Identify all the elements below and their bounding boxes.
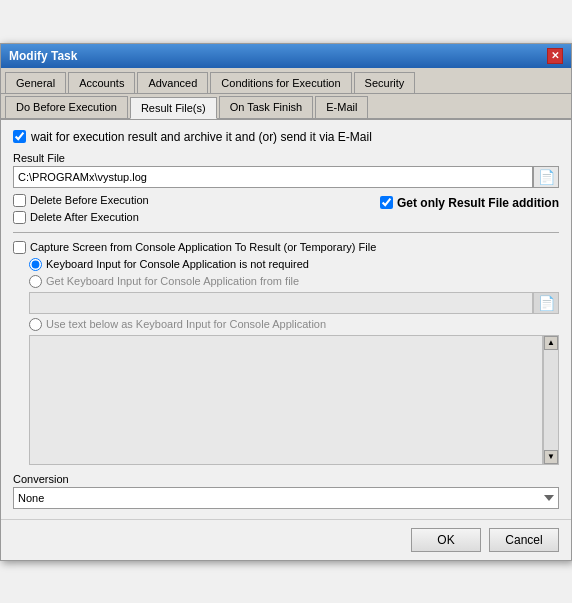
tab-on-finish[interactable]: On Task Finish [219, 96, 314, 118]
radio-option-1: Keyboard Input for Console Application i… [29, 258, 559, 271]
delete-before-label: Delete Before Execution [30, 194, 149, 206]
radio-text-below[interactable] [29, 318, 42, 331]
main-window: Modify Task ✕ General Accounts Advanced … [0, 43, 572, 561]
browse-button[interactable]: 📄 [533, 166, 559, 188]
title-bar: Modify Task ✕ [1, 44, 571, 68]
tab-result-files[interactable]: Result File(s) [130, 97, 217, 119]
get-only-option: Get only Result File addition [380, 196, 559, 210]
keyboard-browse-button: 📄 [533, 292, 559, 314]
textarea-section: ▲ ▼ [29, 335, 559, 465]
conversion-select[interactable]: None Unicode to ANSI ANSI to Unicode [13, 487, 559, 509]
radio-option-2: Get Keyboard Input for Console Applicati… [29, 275, 559, 288]
radio-no-keyboard[interactable] [29, 258, 42, 271]
radio-from-file[interactable] [29, 275, 42, 288]
tab-email[interactable]: E-Mail [315, 96, 368, 118]
tab-accounts[interactable]: Accounts [68, 72, 135, 93]
wait-checkbox[interactable] [13, 130, 26, 143]
ok-button[interactable]: OK [411, 528, 481, 552]
capture-screen-label: Capture Screen from Console Application … [30, 241, 376, 253]
keyboard-file-input [29, 292, 533, 314]
tab-row-1: General Accounts Advanced Conditions for… [1, 68, 571, 94]
radio-option-3: Use text below as Keyboard Input for Con… [29, 318, 559, 331]
keyboard-file-row: 📄 [29, 292, 559, 314]
keyboard-browse-icon: 📄 [538, 295, 555, 311]
content-area: wait for execution result and archive it… [1, 120, 571, 519]
cancel-button[interactable]: Cancel [489, 528, 559, 552]
result-file-label: Result File [13, 152, 559, 164]
delete-after-option: Delete After Execution [13, 211, 149, 224]
radio1-label: Keyboard Input for Console Application i… [46, 258, 309, 270]
delete-before-checkbox[interactable] [13, 194, 26, 207]
window-title: Modify Task [9, 49, 77, 63]
separator-1 [13, 232, 559, 233]
result-file-input[interactable] [13, 166, 533, 188]
tab-row-2: Do Before Execution Result File(s) On Ta… [1, 94, 571, 120]
delete-after-checkbox[interactable] [13, 211, 26, 224]
wait-checkbox-row: wait for execution result and archive it… [13, 130, 559, 144]
capture-screen-checkbox[interactable] [13, 241, 26, 254]
result-file-row: 📄 [13, 166, 559, 188]
keyboard-textarea [29, 335, 543, 465]
wait-checkbox-label: wait for execution result and archive it… [31, 130, 372, 144]
tab-advanced[interactable]: Advanced [137, 72, 208, 93]
scroll-up-arrow[interactable]: ▲ [544, 336, 558, 350]
conversion-section: Conversion None Unicode to ANSI ANSI to … [13, 473, 559, 509]
radio3-label: Use text below as Keyboard Input for Con… [46, 318, 326, 330]
delete-after-label: Delete After Execution [30, 211, 139, 223]
tab-conditions[interactable]: Conditions for Execution [210, 72, 351, 93]
get-only-label: Get only Result File addition [397, 196, 559, 210]
get-only-checkbox[interactable] [380, 196, 393, 209]
radio2-label: Get Keyboard Input for Console Applicati… [46, 275, 299, 287]
scrollbar: ▲ ▼ [543, 335, 559, 465]
scroll-down-arrow[interactable]: ▼ [544, 450, 558, 464]
capture-screen-option: Capture Screen from Console Application … [13, 241, 559, 254]
delete-before-option: Delete Before Execution [13, 194, 149, 207]
close-button[interactable]: ✕ [547, 48, 563, 64]
capture-section: Capture Screen from Console Application … [13, 241, 559, 465]
footer: OK Cancel [1, 519, 571, 560]
tab-security[interactable]: Security [354, 72, 416, 93]
browse-icon: 📄 [538, 169, 555, 185]
tab-do-before[interactable]: Do Before Execution [5, 96, 128, 118]
tab-general[interactable]: General [5, 72, 66, 93]
conversion-label: Conversion [13, 473, 559, 485]
